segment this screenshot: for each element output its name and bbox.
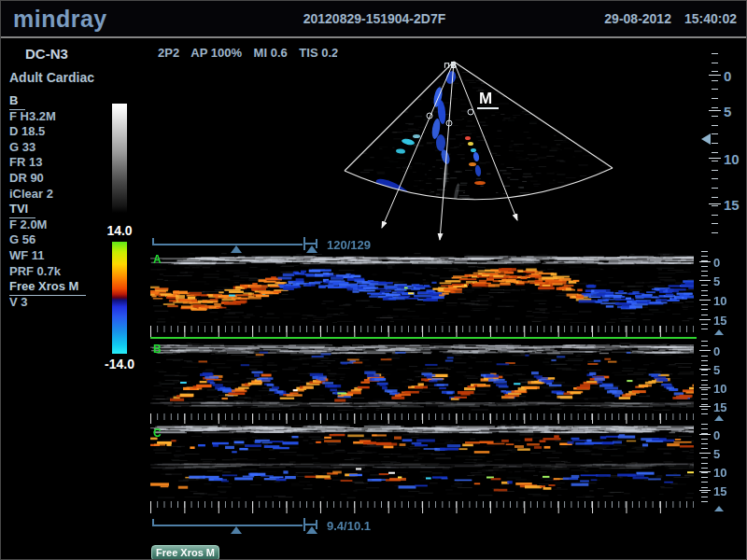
tvi-section-label: TVI [9, 202, 86, 217]
study-id: 20120829-151904-2D7F [234, 11, 514, 26]
mmode-strip-b [150, 343, 694, 411]
bmode-sector-image: M ⊓B [337, 52, 617, 245]
probe-orientation-icon: ⊓B [444, 61, 457, 70]
b-section-label: B [9, 93, 86, 109]
sector-arc [345, 168, 613, 200]
scrollbar-track[interactable] [153, 525, 303, 526]
parameter-list: B F H3.2M D 18.5 G 33 FR 13 DR 90 iClear… [9, 93, 86, 310]
sector-right-edge [454, 62, 613, 168]
strip-label-a: A [153, 253, 162, 266]
sector-left-edge [345, 62, 454, 171]
param-line: DR 90 [9, 171, 86, 187]
cursor-point-marker[interactable] [468, 109, 473, 115]
param-line: G 56 [9, 232, 86, 248]
exam-time: 15:40:02 [684, 11, 737, 26]
param-line: D 18.5 [9, 124, 86, 140]
grayscale-bar [112, 104, 127, 213]
depth-label: 5 [713, 363, 720, 377]
depth-label: 10 [713, 382, 726, 396]
depth-label: 5 [713, 274, 720, 288]
depth-label: 0 [713, 428, 720, 442]
param-line: FR 13 [9, 155, 86, 171]
acoustic-power: AP 100% [190, 46, 242, 60]
depth-ruler-b: 0 5 10 15 [698, 341, 744, 427]
bmode-info: 2P2 AP 100% MI 0.6 TIS 0.2 [158, 46, 346, 60]
time-counter: 9.4/10.1 [327, 519, 371, 533]
exam-date: 29-08-2012 [604, 11, 671, 26]
param-line: F H3.2M [9, 109, 86, 125]
m-cursor-line-c[interactable] [454, 62, 517, 220]
mi-value: MI 0.6 [254, 46, 288, 60]
xros-section-label: Free Xros M [9, 279, 86, 295]
m-mode-marker-label: M [479, 90, 492, 107]
datetime: 29-08-201215:40:02 [591, 11, 737, 26]
depth-label: 0 [713, 256, 720, 270]
color-flow-bar [112, 242, 127, 354]
mmode-strip-c [150, 424, 694, 498]
depth-label: 15 [713, 484, 726, 498]
param-line: G 33 [9, 140, 86, 156]
param-line: F 2.0M [9, 217, 86, 233]
depth-label: 15 [724, 197, 740, 213]
depth-label: 0 [713, 344, 720, 358]
param-line: WF 11 [9, 248, 86, 264]
depth-label: 10 [713, 294, 726, 308]
ruler-ticks [701, 424, 708, 506]
mmode-strip-a [150, 253, 694, 323]
param-line: iClear 2 [9, 187, 86, 203]
scrollbar-handle-icon[interactable] [306, 526, 317, 534]
ruler-marker-icon [714, 506, 724, 511]
flow-scale-max: 14.0 [96, 223, 143, 238]
frame-counter: 120/129 [327, 238, 371, 252]
depth-label: 5 [724, 104, 731, 119]
scrollbar-handle-icon[interactable] [231, 526, 242, 534]
time-ticks-a [150, 326, 694, 337]
depth-label: 10 [724, 151, 740, 167]
focus-marker-icon[interactable] [701, 133, 711, 145]
ecg-trace [150, 337, 697, 339]
scrollbar-track[interactable] [153, 244, 303, 245]
strip-label-b: B [153, 343, 162, 356]
depth-label: 10 [713, 466, 726, 480]
transducer-name: 2P2 [158, 46, 179, 60]
m-mode-marker-underline [477, 107, 499, 109]
model-name: DC-N3 [25, 46, 68, 62]
depth-label: 15 [713, 314, 726, 328]
depth-label: 5 [713, 447, 720, 461]
ruler-ticks [712, 53, 718, 240]
ruler-marker-icon [714, 415, 724, 421]
param-line: PRF 0.7k [9, 264, 86, 280]
header-bar: mindray 20120829-151904-2D7F 29-08-20121… [1, 1, 747, 38]
preset-name: Adult Cardiac [9, 70, 94, 85]
depth-label: 15 [713, 400, 726, 414]
free-xros-button[interactable]: Free Xros M [151, 545, 219, 560]
depth-ruler-c: 0 5 10 15 [698, 424, 744, 513]
strip-label-c: C [153, 427, 162, 440]
time-ticks-c [150, 501, 694, 513]
ultrasound-screen: mindray 20120829-151904-2D7F 29-08-20121… [0, 0, 747, 560]
ruler-ticks [701, 251, 708, 329]
cine-scrollbar-bottom[interactable]: 9.4/10.1 [150, 518, 458, 537]
ruler-marker-icon [714, 329, 724, 335]
param-line: V 3 [9, 295, 86, 311]
depth-ruler-a: 0 5 10 15 [698, 251, 744, 337]
depth-label: 0 [724, 68, 731, 84]
tis-value: TIS 0.2 [299, 46, 338, 60]
scrollbar-handle-icon[interactable] [306, 245, 317, 253]
mindray-logo: mindray [13, 6, 107, 33]
depth-ruler-bmode: 0 5 10 15 [701, 53, 746, 242]
m-cursor-overlay[interactable]: M ⊓B [337, 52, 617, 245]
flow-scale-min: -14.0 [94, 357, 145, 371]
scrollbar-handle-icon[interactable] [231, 245, 242, 253]
